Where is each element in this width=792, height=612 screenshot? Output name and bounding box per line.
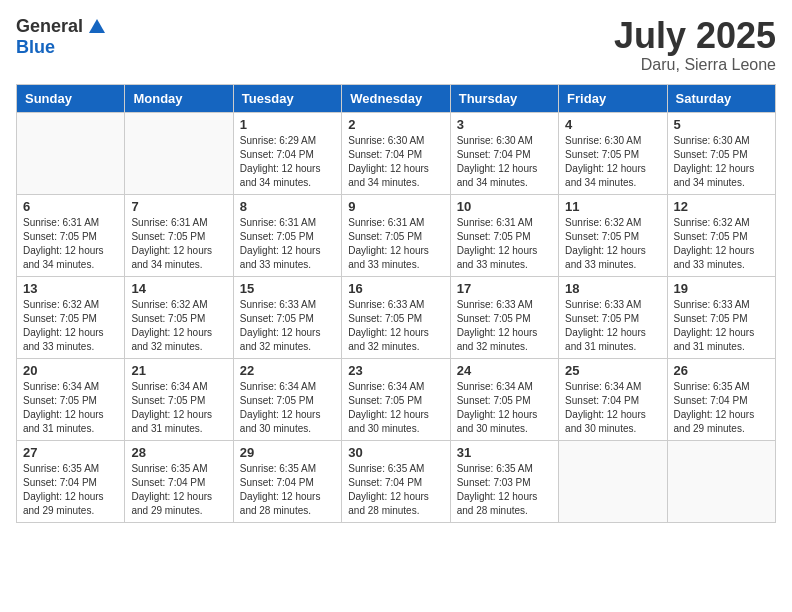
day-info: Sunrise: 6:32 AM Sunset: 7:05 PM Dayligh…: [674, 216, 769, 272]
calendar-cell: 29Sunrise: 6:35 AM Sunset: 7:04 PM Dayli…: [233, 440, 341, 522]
day-number: 25: [565, 363, 660, 378]
day-number: 27: [23, 445, 118, 460]
calendar-cell: 12Sunrise: 6:32 AM Sunset: 7:05 PM Dayli…: [667, 194, 775, 276]
logo-icon: [87, 17, 107, 37]
calendar-cell: [125, 112, 233, 194]
day-number: 31: [457, 445, 552, 460]
day-info: Sunrise: 6:35 AM Sunset: 7:04 PM Dayligh…: [23, 462, 118, 518]
day-number: 4: [565, 117, 660, 132]
day-info: Sunrise: 6:32 AM Sunset: 7:05 PM Dayligh…: [23, 298, 118, 354]
location-subtitle: Daru, Sierra Leone: [614, 56, 776, 74]
calendar-cell: 25Sunrise: 6:34 AM Sunset: 7:04 PM Dayli…: [559, 358, 667, 440]
calendar-cell: [559, 440, 667, 522]
calendar-cell: 7Sunrise: 6:31 AM Sunset: 7:05 PM Daylig…: [125, 194, 233, 276]
day-info: Sunrise: 6:33 AM Sunset: 7:05 PM Dayligh…: [240, 298, 335, 354]
day-info: Sunrise: 6:29 AM Sunset: 7:04 PM Dayligh…: [240, 134, 335, 190]
calendar-cell: 19Sunrise: 6:33 AM Sunset: 7:05 PM Dayli…: [667, 276, 775, 358]
calendar-cell: 27Sunrise: 6:35 AM Sunset: 7:04 PM Dayli…: [17, 440, 125, 522]
logo-general-text: General: [16, 16, 83, 37]
calendar-cell: 26Sunrise: 6:35 AM Sunset: 7:04 PM Dayli…: [667, 358, 775, 440]
day-number: 8: [240, 199, 335, 214]
day-info: Sunrise: 6:34 AM Sunset: 7:04 PM Dayligh…: [565, 380, 660, 436]
col-header-monday: Monday: [125, 84, 233, 112]
day-info: Sunrise: 6:33 AM Sunset: 7:05 PM Dayligh…: [457, 298, 552, 354]
page-header: General Blue July 2025 Daru, Sierra Leon…: [16, 16, 776, 74]
day-number: 11: [565, 199, 660, 214]
day-number: 1: [240, 117, 335, 132]
col-header-sunday: Sunday: [17, 84, 125, 112]
day-number: 22: [240, 363, 335, 378]
day-info: Sunrise: 6:34 AM Sunset: 7:05 PM Dayligh…: [23, 380, 118, 436]
calendar-cell: 15Sunrise: 6:33 AM Sunset: 7:05 PM Dayli…: [233, 276, 341, 358]
logo: General Blue: [16, 16, 107, 58]
day-number: 19: [674, 281, 769, 296]
day-info: Sunrise: 6:35 AM Sunset: 7:04 PM Dayligh…: [131, 462, 226, 518]
day-number: 7: [131, 199, 226, 214]
col-header-tuesday: Tuesday: [233, 84, 341, 112]
calendar-table: SundayMondayTuesdayWednesdayThursdayFrid…: [16, 84, 776, 523]
day-info: Sunrise: 6:33 AM Sunset: 7:05 PM Dayligh…: [348, 298, 443, 354]
calendar-week-row: 1Sunrise: 6:29 AM Sunset: 7:04 PM Daylig…: [17, 112, 776, 194]
day-number: 24: [457, 363, 552, 378]
day-number: 30: [348, 445, 443, 460]
day-info: Sunrise: 6:32 AM Sunset: 7:05 PM Dayligh…: [565, 216, 660, 272]
calendar-cell: 13Sunrise: 6:32 AM Sunset: 7:05 PM Dayli…: [17, 276, 125, 358]
day-info: Sunrise: 6:34 AM Sunset: 7:05 PM Dayligh…: [240, 380, 335, 436]
day-number: 17: [457, 281, 552, 296]
calendar-cell: 5Sunrise: 6:30 AM Sunset: 7:05 PM Daylig…: [667, 112, 775, 194]
calendar-cell: 6Sunrise: 6:31 AM Sunset: 7:05 PM Daylig…: [17, 194, 125, 276]
calendar-cell: 23Sunrise: 6:34 AM Sunset: 7:05 PM Dayli…: [342, 358, 450, 440]
calendar-week-row: 13Sunrise: 6:32 AM Sunset: 7:05 PM Dayli…: [17, 276, 776, 358]
day-info: Sunrise: 6:35 AM Sunset: 7:03 PM Dayligh…: [457, 462, 552, 518]
day-number: 6: [23, 199, 118, 214]
day-number: 9: [348, 199, 443, 214]
calendar-cell: 11Sunrise: 6:32 AM Sunset: 7:05 PM Dayli…: [559, 194, 667, 276]
calendar-week-row: 27Sunrise: 6:35 AM Sunset: 7:04 PM Dayli…: [17, 440, 776, 522]
day-number: 15: [240, 281, 335, 296]
day-info: Sunrise: 6:34 AM Sunset: 7:05 PM Dayligh…: [457, 380, 552, 436]
calendar-cell: 28Sunrise: 6:35 AM Sunset: 7:04 PM Dayli…: [125, 440, 233, 522]
calendar-cell: 8Sunrise: 6:31 AM Sunset: 7:05 PM Daylig…: [233, 194, 341, 276]
calendar-cell: 3Sunrise: 6:30 AM Sunset: 7:04 PM Daylig…: [450, 112, 558, 194]
day-number: 13: [23, 281, 118, 296]
calendar-cell: 30Sunrise: 6:35 AM Sunset: 7:04 PM Dayli…: [342, 440, 450, 522]
calendar-cell: 2Sunrise: 6:30 AM Sunset: 7:04 PM Daylig…: [342, 112, 450, 194]
day-info: Sunrise: 6:30 AM Sunset: 7:05 PM Dayligh…: [565, 134, 660, 190]
logo-blue-text: Blue: [16, 37, 55, 58]
day-number: 21: [131, 363, 226, 378]
day-info: Sunrise: 6:31 AM Sunset: 7:05 PM Dayligh…: [348, 216, 443, 272]
day-number: 28: [131, 445, 226, 460]
day-number: 23: [348, 363, 443, 378]
day-number: 29: [240, 445, 335, 460]
calendar-cell: 16Sunrise: 6:33 AM Sunset: 7:05 PM Dayli…: [342, 276, 450, 358]
svg-marker-0: [89, 19, 105, 33]
calendar-cell: 18Sunrise: 6:33 AM Sunset: 7:05 PM Dayli…: [559, 276, 667, 358]
day-number: 12: [674, 199, 769, 214]
calendar-cell: 31Sunrise: 6:35 AM Sunset: 7:03 PM Dayli…: [450, 440, 558, 522]
calendar-cell: 17Sunrise: 6:33 AM Sunset: 7:05 PM Dayli…: [450, 276, 558, 358]
day-number: 10: [457, 199, 552, 214]
day-info: Sunrise: 6:35 AM Sunset: 7:04 PM Dayligh…: [348, 462, 443, 518]
day-number: 26: [674, 363, 769, 378]
day-number: 5: [674, 117, 769, 132]
col-header-friday: Friday: [559, 84, 667, 112]
day-info: Sunrise: 6:31 AM Sunset: 7:05 PM Dayligh…: [131, 216, 226, 272]
title-section: July 2025 Daru, Sierra Leone: [614, 16, 776, 74]
calendar-cell: 22Sunrise: 6:34 AM Sunset: 7:05 PM Dayli…: [233, 358, 341, 440]
day-number: 2: [348, 117, 443, 132]
col-header-wednesday: Wednesday: [342, 84, 450, 112]
calendar-cell: 14Sunrise: 6:32 AM Sunset: 7:05 PM Dayli…: [125, 276, 233, 358]
day-info: Sunrise: 6:31 AM Sunset: 7:05 PM Dayligh…: [23, 216, 118, 272]
day-info: Sunrise: 6:35 AM Sunset: 7:04 PM Dayligh…: [674, 380, 769, 436]
day-info: Sunrise: 6:34 AM Sunset: 7:05 PM Dayligh…: [131, 380, 226, 436]
calendar-cell: 10Sunrise: 6:31 AM Sunset: 7:05 PM Dayli…: [450, 194, 558, 276]
day-number: 16: [348, 281, 443, 296]
day-info: Sunrise: 6:34 AM Sunset: 7:05 PM Dayligh…: [348, 380, 443, 436]
calendar-cell: [17, 112, 125, 194]
calendar-cell: 21Sunrise: 6:34 AM Sunset: 7:05 PM Dayli…: [125, 358, 233, 440]
calendar-cell: 20Sunrise: 6:34 AM Sunset: 7:05 PM Dayli…: [17, 358, 125, 440]
day-info: Sunrise: 6:30 AM Sunset: 7:05 PM Dayligh…: [674, 134, 769, 190]
calendar-header-row: SundayMondayTuesdayWednesdayThursdayFrid…: [17, 84, 776, 112]
day-info: Sunrise: 6:33 AM Sunset: 7:05 PM Dayligh…: [565, 298, 660, 354]
calendar-cell: 1Sunrise: 6:29 AM Sunset: 7:04 PM Daylig…: [233, 112, 341, 194]
